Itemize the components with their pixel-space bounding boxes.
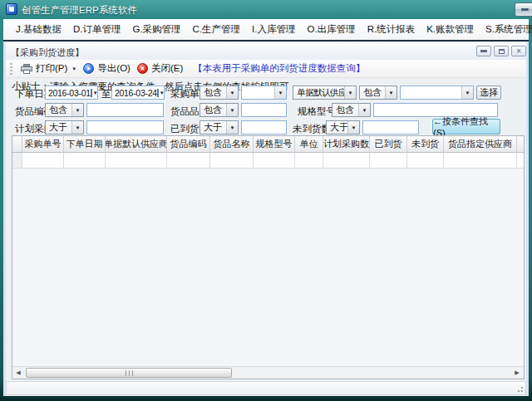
menu-outbound-mgmt[interactable]: O.出库管理 <box>301 21 361 38</box>
column-header-spec[interactable]: 规格型号 <box>254 136 295 153</box>
chevron-down-icon: ▼ <box>226 86 238 99</box>
table-header-row: 采购单号 下单日期 单据默认供应商 货品编码 货品名称 规格型号 单位 计划采购… <box>12 136 524 153</box>
item-name-operator-select[interactable]: 包含 ▼ <box>200 103 239 117</box>
operator-value: 大于 <box>327 121 347 134</box>
export-button[interactable]: ➤ 导出(O) <box>80 61 134 76</box>
date-to-value: 2016-03-24 <box>112 88 157 98</box>
supplier-field-select[interactable]: 单据默认供应商 ▼ <box>293 86 357 100</box>
menu-inbound-mgmt[interactable]: I.入库管理 <box>246 21 301 38</box>
scroll-right-arrow-icon[interactable]: ▶ <box>511 367 523 379</box>
window-minimize-button[interactable] <box>515 2 532 17</box>
po-operator-select[interactable]: 包含 ▼ <box>200 86 239 100</box>
item-code-input[interactable] <box>86 103 164 117</box>
operator-value: 大于 <box>46 121 71 134</box>
column-header-pending[interactable]: 未到货 <box>407 136 444 153</box>
date-from-picker[interactable]: 2016-03-01 ▼ <box>45 86 98 100</box>
table-cell[interactable] <box>370 153 407 169</box>
printer-icon <box>21 64 32 74</box>
column-header-order-no[interactable]: 订单号 <box>517 136 525 153</box>
close-circle-icon: ✕ <box>137 63 148 74</box>
po-number-combobox[interactable]: ▼ <box>241 86 287 100</box>
resize-grip-icon[interactable] <box>515 384 523 392</box>
page-title: 【采购到货进度】 <box>11 46 84 59</box>
item-code-operator-select[interactable]: 包含 ▼ <box>45 103 84 117</box>
menu-purchase-mgmt[interactable]: G.采购管理 <box>126 21 186 38</box>
minimize-icon <box>521 8 529 11</box>
chevron-down-icon: ▼ <box>226 121 238 134</box>
item-name-input[interactable] <box>241 103 287 117</box>
toolbar-gripper <box>10 63 12 75</box>
operator-value: 包含 <box>46 104 71 116</box>
child-close-button[interactable]: ✕ <box>511 46 526 56</box>
choose-supplier-button[interactable]: 选择 <box>476 86 501 100</box>
pending-qty-input[interactable] <box>362 120 419 134</box>
column-header-selector <box>12 136 22 153</box>
print-label: 打印(P) <box>36 62 67 75</box>
date-from-value: 2016-03-01 <box>46 88 91 98</box>
chevron-down-icon: ▼ <box>71 104 83 116</box>
spec-operator-select[interactable]: 包含 ▼ <box>332 103 371 117</box>
table-cell[interactable] <box>22 153 64 169</box>
menu-order-mgmt[interactable]: D.订单管理 <box>67 21 127 38</box>
table-cell[interactable] <box>106 153 167 169</box>
table-cell[interactable] <box>323 153 370 169</box>
pending-qty-operator-select[interactable]: 大于 ▼ <box>326 120 360 134</box>
column-header-item-code[interactable]: 货品编码 <box>167 136 210 153</box>
plan-qty-operator-select[interactable]: 大于 ▼ <box>45 120 84 134</box>
close-page-button[interactable]: ✕ 关闭(E) <box>134 61 186 76</box>
scrollbar-thumb[interactable] <box>26 368 232 378</box>
date-to-label: 至 <box>101 88 111 100</box>
table-cell[interactable] <box>295 153 323 169</box>
column-header-default-supplier[interactable]: 单据默认供应商 <box>106 136 167 153</box>
plan-qty-input[interactable] <box>86 120 164 134</box>
menu-basic-data[interactable]: J.基础数据 <box>10 21 67 38</box>
menu-system-mgmt[interactable]: S.系统管理 <box>480 21 532 38</box>
table-cell[interactable] <box>210 153 254 169</box>
column-header-item-name[interactable]: 货品名称 <box>210 136 254 153</box>
supplier-operator-select[interactable]: 包含 ▼ <box>359 86 397 100</box>
column-header-po-no[interactable]: 采购单号 <box>22 136 64 153</box>
table-cell[interactable] <box>254 153 295 169</box>
column-header-unit[interactable]: 单位 <box>295 136 323 153</box>
child-minimize-button[interactable] <box>476 46 491 56</box>
table-cell[interactable] <box>444 153 517 169</box>
operator-value: 包含 <box>200 104 226 116</box>
minimize-icon <box>480 50 487 52</box>
supplier-combobox[interactable]: ▼ <box>400 86 474 100</box>
received-qty-operator-select[interactable]: 大于 ▼ <box>200 120 239 134</box>
table-row[interactable] <box>12 153 524 169</box>
menu-report-stats[interactable]: R.统计报表 <box>362 21 421 38</box>
chevron-down-icon: ▼ <box>344 86 356 99</box>
chevron-down-icon: ▼ <box>461 86 473 99</box>
status-bar <box>6 381 526 395</box>
date-to-picker[interactable]: 2016-03-24 ▼ <box>111 86 165 100</box>
horizontal-scrollbar[interactable]: ◀ ▶ <box>12 366 524 379</box>
chevron-down-icon: ▼ <box>274 86 286 99</box>
table-cell[interactable] <box>64 153 106 169</box>
app-window: 创管生产管理ERP系统软件 J.基础数据 D.订单管理 G.采购管理 C.生产管… <box>0 0 532 401</box>
scroll-left-arrow-icon[interactable]: ◀ <box>12 367 24 379</box>
column-header-order-date[interactable]: 下单日期 <box>64 136 106 153</box>
column-header-received[interactable]: 已到货 <box>370 136 407 153</box>
menu-production-mgmt[interactable]: C.生产管理 <box>187 21 247 38</box>
column-header-plan-qty[interactable]: 计划采购数 <box>323 136 370 153</box>
operator-value: 包含 <box>360 86 385 99</box>
child-restore-button[interactable] <box>494 46 509 56</box>
column-header-assigned-supplier[interactable]: 货品指定供应商 <box>444 136 517 153</box>
chevron-down-icon: ▼ <box>160 90 165 95</box>
app-icon <box>6 3 17 15</box>
chevron-down-icon: ▼ <box>347 121 359 134</box>
print-button[interactable]: 打印(P) ▼ <box>17 61 80 76</box>
table-cell[interactable] <box>12 153 22 169</box>
export-label: 导出(O) <box>97 62 131 75</box>
received-qty-input[interactable] <box>241 120 287 134</box>
table-cell[interactable] <box>167 153 210 169</box>
menu-account-mgmt[interactable]: K.账款管理 <box>421 21 480 38</box>
chevron-down-icon: ▼ <box>71 121 83 134</box>
search-button[interactable]: ←按条件查找(S) <box>432 119 500 134</box>
restore-icon <box>499 49 505 54</box>
chevron-down-icon: ▼ <box>385 86 397 99</box>
close-label: 关闭(E) <box>151 62 183 75</box>
table-cell[interactable] <box>407 153 444 169</box>
table-cell[interactable] <box>517 153 525 169</box>
